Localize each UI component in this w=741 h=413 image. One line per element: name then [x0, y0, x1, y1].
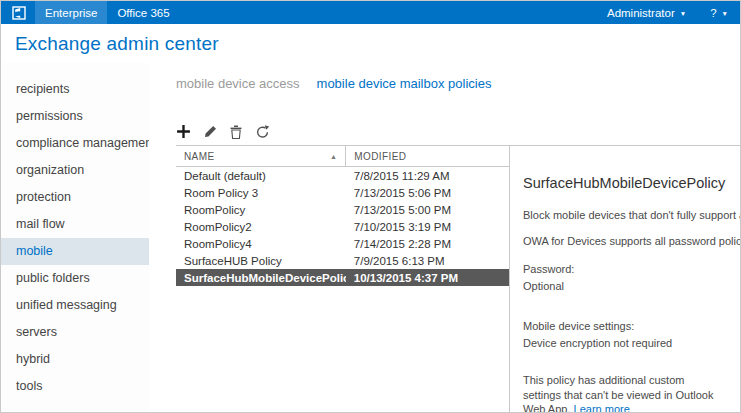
details-title: SurfaceHubMobileDevicePolicy — [523, 175, 740, 191]
nav-office-365[interactable]: Office 365 — [107, 1, 179, 24]
edit-icon — [204, 125, 217, 138]
chevron-down-icon: ▼ — [722, 10, 728, 17]
details-description-1: Block mobile devices that don't fully su… — [523, 208, 740, 222]
sidebar-item-mail-flow[interactable]: mail flow — [1, 211, 149, 238]
user-name: Administrator — [607, 7, 675, 19]
column-name-label: NAME — [184, 151, 215, 162]
sidebar-item-mobile[interactable]: mobile — [1, 238, 149, 265]
tab-mobile-device-mailbox-policies[interactable]: mobile device mailbox policies — [317, 76, 492, 97]
main-content: mobile device access mobile device mailb… — [149, 63, 740, 413]
delete-icon — [230, 125, 242, 139]
refresh-icon — [255, 125, 270, 139]
table-row[interactable]: Default (default)7/8/2015 11:29 AM — [176, 167, 509, 185]
policy-name-cell: Default (default) — [176, 167, 346, 185]
add-button[interactable] — [176, 124, 191, 139]
tabs: mobile device access mobile device mailb… — [176, 76, 740, 97]
sort-ascending-icon: ▲ — [330, 153, 337, 160]
nav-enterprise[interactable]: Enterprise — [35, 1, 107, 24]
topbar-right: Administrator ▼ ? ▼ — [595, 1, 740, 24]
add-icon — [176, 124, 191, 139]
delete-button[interactable] — [230, 125, 242, 139]
sidebar-item-protection[interactable]: protection — [1, 184, 149, 211]
details-description-2: OWA for Devices supports all password po… — [523, 234, 740, 248]
policy-list-pane: NAME ▲ MODIFIED Default (default)7/8/201… — [176, 145, 509, 413]
policy-modified-cell: 10/13/2015 4:37 PM — [346, 269, 509, 286]
body: recipientspermissionscompliance manageme… — [1, 63, 740, 413]
sidebar-item-public-folders[interactable]: public folders — [1, 265, 149, 292]
policy-table-body: Default (default)7/8/2015 11:29 AMRoom P… — [176, 167, 509, 287]
page-title: Exchange admin center — [15, 33, 219, 55]
policy-modified-cell: 7/13/2015 5:00 PM — [346, 201, 509, 218]
table-header-row: NAME ▲ MODIFIED — [176, 146, 509, 167]
refresh-button[interactable] — [255, 125, 270, 139]
policy-name-cell: SurfaceHUB Policy — [176, 252, 346, 269]
policy-modified-cell: 7/14/2015 2:28 PM — [346, 235, 509, 252]
table-row[interactable]: RoomPolicy27/10/2015 3:19 PM — [176, 218, 509, 235]
device-settings-value: Device encryption not required — [523, 336, 740, 350]
tab-mobile-device-access[interactable]: mobile device access — [176, 76, 300, 97]
sidebar-item-tools[interactable]: tools — [1, 373, 149, 400]
sidebar-item-organization[interactable]: organization — [1, 157, 149, 184]
sidebar-item-recipients[interactable]: recipients — [1, 76, 149, 103]
policy-modified-cell: 7/8/2015 11:29 AM — [346, 167, 509, 185]
password-label: Password: — [523, 262, 740, 276]
sidebar-item-compliance-management[interactable]: compliance management — [1, 130, 149, 157]
help-menu[interactable]: ? ▼ — [698, 1, 740, 24]
details-pane: SurfaceHubMobileDevicePolicy Block mobil… — [509, 145, 740, 413]
policy-modified-cell: 7/10/2015 3:19 PM — [346, 218, 509, 235]
workarea: NAME ▲ MODIFIED Default (default)7/8/201… — [176, 145, 740, 413]
device-settings-label: Mobile device settings: — [523, 319, 740, 333]
policy-name-cell: Room Policy 3 — [176, 184, 346, 201]
page-header: Exchange admin center — [1, 24, 740, 63]
table-row[interactable]: SurfaceHubMobileDevicePolicy10/13/2015 4… — [176, 269, 509, 286]
policy-name-cell: RoomPolicy4 — [176, 235, 346, 252]
topbar-left: Enterprise Office 365 — [1, 1, 180, 24]
edit-button[interactable] — [204, 125, 217, 138]
help-label: ? — [710, 7, 716, 19]
policy-modified-cell: 7/13/2015 5:06 PM — [346, 184, 509, 201]
learn-more-link[interactable]: Learn more — [574, 403, 630, 413]
table-row[interactable]: RoomPolicy47/14/2015 2:28 PM — [176, 235, 509, 252]
chevron-down-icon: ▼ — [680, 10, 686, 17]
password-value: Optional — [523, 279, 740, 293]
column-header-modified[interactable]: MODIFIED — [346, 146, 509, 167]
policy-name-cell: RoomPolicy2 — [176, 218, 346, 235]
table-row[interactable]: Room Policy 37/13/2015 5:06 PM — [176, 184, 509, 201]
details-footer: This policy has additional custom settin… — [523, 373, 740, 413]
user-menu[interactable]: Administrator ▼ — [595, 1, 698, 24]
policy-modified-cell: 7/9/2015 6:13 PM — [346, 252, 509, 269]
sidebar-item-servers[interactable]: servers — [1, 319, 149, 346]
column-header-name[interactable]: NAME ▲ — [176, 146, 346, 167]
sidebar: recipientspermissionscompliance manageme… — [1, 63, 149, 413]
exchange-admin-center-window: Enterprise Office 365 Administrator ▼ ? … — [0, 0, 741, 413]
toolbar — [176, 118, 740, 145]
table-row[interactable]: SurfaceHUB Policy7/9/2015 6:13 PM — [176, 252, 509, 269]
topbar: Enterprise Office 365 Administrator ▼ ? … — [1, 1, 740, 24]
table-row[interactable]: RoomPolicy7/13/2015 5:00 PM — [176, 201, 509, 218]
policy-name-cell: SurfaceHubMobileDevicePolicy — [176, 269, 346, 286]
sidebar-item-hybrid[interactable]: hybrid — [1, 346, 149, 373]
policy-table: NAME ▲ MODIFIED Default (default)7/8/201… — [176, 145, 509, 286]
sidebar-item-unified-messaging[interactable]: unified messaging — [1, 292, 149, 319]
policy-name-cell: RoomPolicy — [176, 201, 346, 218]
office-365-logo-icon[interactable] — [1, 1, 35, 24]
sidebar-item-permissions[interactable]: permissions — [1, 103, 149, 130]
